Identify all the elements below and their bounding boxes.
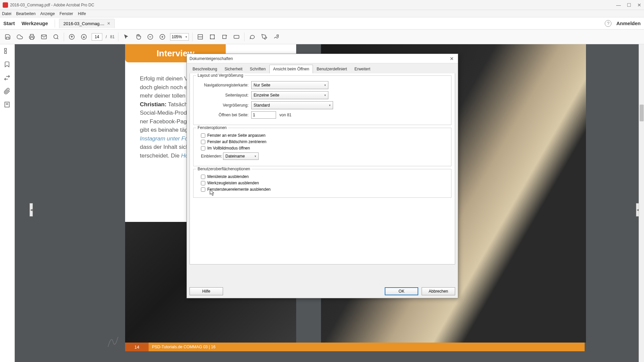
chk-fit-first-page[interactable] <box>201 133 205 138</box>
svg-rect-16 <box>277 35 278 37</box>
dialog-title: Dokumenteigenschaften <box>190 56 448 61</box>
chk-fullscreen-label: Im Vollbildmodus öffnen <box>207 146 250 150</box>
tab-erweitert[interactable]: Erweitert <box>351 65 374 73</box>
help-icon[interactable]: ? <box>605 20 611 27</box>
fit-page-icon[interactable] <box>208 33 217 41</box>
group-window-options: Fensteroptionen Fenster an erste Seite a… <box>193 128 451 166</box>
page-total: 81 <box>110 35 114 39</box>
page-separator: / <box>106 35 107 39</box>
cloud-icon[interactable] <box>15 33 24 41</box>
tab-start[interactable]: Start <box>3 20 15 26</box>
menu-hilfe[interactable]: Hilfe <box>78 11 86 16</box>
save-icon[interactable] <box>3 33 12 41</box>
dialog-close-icon[interactable]: ✕ <box>448 56 455 61</box>
vertical-scrollbar[interactable] <box>639 44 644 362</box>
app-icon <box>3 2 8 8</box>
page-down-icon[interactable] <box>79 33 88 41</box>
print-icon[interactable] <box>28 33 36 41</box>
nav-tab-label: Navigationsregisterkarte: <box>198 83 251 87</box>
tab-tools[interactable]: Werkzeuge <box>21 20 48 26</box>
dialog-tabs: Beschreibung Sicherheit Schriften Ansich… <box>187 63 458 73</box>
navigate-icon[interactable] <box>4 74 11 82</box>
chk-hide-window-controls[interactable] <box>201 187 205 192</box>
group-ui-options: Benutzeroberflächenoptionen Menüleiste a… <box>193 169 451 198</box>
thumbnails-icon[interactable] <box>4 48 11 55</box>
zoom-out-icon[interactable] <box>146 33 155 41</box>
dialog-titlebar[interactable]: Dokumenteigenschaften ✕ <box>187 54 458 63</box>
close-button[interactable]: ✕ <box>637 2 641 8</box>
file-tab-close-icon[interactable]: ✕ <box>107 21 110 26</box>
help-button[interactable]: Hilfe <box>190 287 223 295</box>
tab-benutzerdefiniert[interactable]: Benutzerdefiniert <box>313 65 351 73</box>
hand-tool-icon[interactable] <box>134 33 143 41</box>
page-number-input[interactable] <box>92 33 102 41</box>
rotate-icon[interactable] <box>220 33 229 41</box>
chk-fit-first-page-label: Fenster an erste Seite anpassen <box>207 133 265 138</box>
zoom-select[interactable]: 105% <box>170 33 189 41</box>
tab-schriften[interactable]: Schriften <box>246 65 269 73</box>
page-up-icon[interactable] <box>67 33 76 41</box>
magnification-select[interactable]: Standard <box>251 101 333 109</box>
tab-sicherheit[interactable]: Sicherheit <box>221 65 246 73</box>
sign-icon[interactable] <box>272 33 281 41</box>
magnification-label: Vergrößerung: <box>198 103 251 108</box>
menu-anzeige[interactable]: Anzeige <box>40 11 55 16</box>
svg-rect-0 <box>31 37 34 39</box>
cancel-button[interactable]: Abbrechen <box>422 287 455 295</box>
window-title: 2016-03_Commag.pdf - Adobe Acrobat Pro D… <box>10 3 616 7</box>
svg-rect-13 <box>210 35 214 39</box>
legend-ui: Benutzeroberflächenoptionen <box>196 167 252 171</box>
chk-hide-toolbars[interactable] <box>201 181 205 185</box>
openat-label: Öffnen bei Seite: <box>198 113 251 117</box>
scrollbar-thumb[interactable] <box>640 105 644 121</box>
read-mode-icon[interactable] <box>232 33 241 41</box>
chk-hide-toolbars-label: Werkzeugleisten ausblenden <box>207 181 259 185</box>
menu-bearbeiten[interactable]: Bearbeiten <box>16 11 36 16</box>
chk-fullscreen[interactable] <box>201 146 205 150</box>
chk-center-screen-label: Fenster auf Bildschirm zentrieren <box>207 139 266 144</box>
signin-link[interactable]: Anmelden <box>616 20 641 26</box>
menu-fenster[interactable]: Fenster <box>59 11 73 16</box>
minimize-button[interactable]: — <box>616 2 621 8</box>
expand-left-handle[interactable]: ◀ <box>30 203 33 217</box>
email-icon[interactable] <box>40 33 48 41</box>
ok-button[interactable]: OK <box>385 287 418 295</box>
watermark-icon <box>103 332 123 352</box>
chk-hide-menubar-label: Menüleiste ausblenden <box>207 174 249 179</box>
openat-input[interactable] <box>251 111 276 119</box>
layers-icon[interactable] <box>4 101 11 109</box>
footer-page-number: 14 <box>125 343 149 351</box>
zoom-in-icon[interactable] <box>158 33 167 41</box>
fit-width-icon[interactable] <box>196 33 205 41</box>
highlight-icon[interactable] <box>260 33 269 41</box>
svg-line-3 <box>57 38 58 39</box>
search-icon[interactable] <box>52 33 60 41</box>
footer-bar-text: PSD-Tutorials.de COMMAG 03 | 16 <box>149 343 585 351</box>
svg-rect-17 <box>4 49 6 51</box>
chk-hide-menubar[interactable] <box>201 175 205 179</box>
group-layout: Layout und Vergrößerung Navigationsregis… <box>193 75 451 125</box>
dialog-footer: Hilfe OK Abbrechen <box>190 287 455 295</box>
legend-window: Fensteroptionen <box>196 125 228 130</box>
toolbar: / 81 105% <box>0 29 644 44</box>
chk-center-screen[interactable] <box>201 140 205 144</box>
openat-suffix: von 81 <box>279 113 291 117</box>
bookmarks-icon[interactable] <box>4 61 11 68</box>
comment-icon[interactable] <box>248 33 257 41</box>
nav-tab-select[interactable]: Nur Seite <box>251 81 328 89</box>
menubar: Datei Bearbeiten Anzeige Fenster Hilfe <box>0 10 644 17</box>
maximize-button[interactable]: ☐ <box>627 2 631 8</box>
pagelayout-label: Seitenlayout: <box>198 93 251 98</box>
menu-datei[interactable]: Datei <box>2 11 11 16</box>
show-select[interactable]: Dateiname <box>223 153 259 160</box>
file-tab[interactable]: 2016-03_Commag.... ✕ <box>59 19 115 28</box>
attachment-icon[interactable] <box>4 88 11 95</box>
svg-rect-15 <box>234 35 239 38</box>
tab-ansicht-beim-oeffnen[interactable]: Ansicht beim Öffnen <box>269 65 313 73</box>
select-tool-icon[interactable] <box>122 33 130 41</box>
tab-beschreibung[interactable]: Beschreibung <box>189 65 221 73</box>
left-rail <box>0 44 15 362</box>
titlebar: 2016-03_Commag.pdf - Adobe Acrobat Pro D… <box>0 0 644 10</box>
chk-hide-window-controls-label: Fenstersteuerelemente ausblenden <box>207 187 271 192</box>
pagelayout-select[interactable]: Einzelne Seite <box>251 91 328 99</box>
